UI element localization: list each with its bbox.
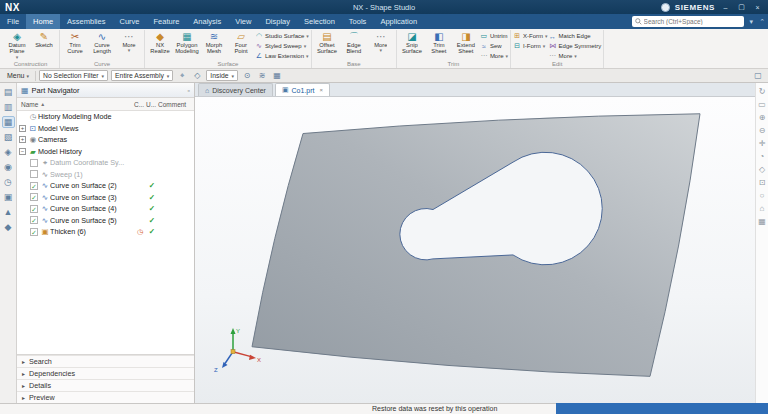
wireframe-style-icon[interactable]: ○: [760, 191, 765, 200]
datum-plane-button[interactable]: ◈ Datum Plane ▾: [4, 30, 30, 60]
snapshot-icon[interactable]: ▦: [758, 217, 766, 226]
fit-view-icon[interactable]: ▭: [758, 100, 766, 109]
tab-selection[interactable]: Selection: [297, 14, 342, 29]
tree-row-curve-on-surface-3[interactable]: ✓ ∿ Curve on Surface (3) ✓: [17, 192, 194, 204]
tab-file[interactable]: File: [0, 14, 26, 29]
column-c[interactable]: C...: [134, 101, 146, 108]
tree-row-history-mode[interactable]: ◷ History Modeling Mode: [17, 111, 194, 123]
zoom-out-icon[interactable]: ⊖: [759, 126, 766, 135]
close-button[interactable]: ×: [752, 4, 763, 11]
assembly-navigator-icon[interactable]: ▤: [2, 86, 15, 98]
tab-analysis[interactable]: Analysis: [186, 14, 228, 29]
part-navigator-icon[interactable]: ▦: [2, 116, 15, 128]
tree-row-model-history[interactable]: − ▰ Model History: [17, 146, 194, 158]
more-base-button[interactable]: ⋯ More ▾: [368, 30, 394, 60]
tab-application[interactable]: Application: [373, 14, 424, 29]
reuse-library-icon[interactable]: ▧: [2, 131, 15, 143]
trim-sheet-button[interactable]: ◧ Trim Sheet: [426, 30, 452, 60]
menu-button[interactable]: Menu ▾: [4, 72, 32, 79]
grid-snap-icon[interactable]: ▦: [271, 71, 283, 80]
section-dependencies[interactable]: ▸ Dependencies: [17, 367, 194, 379]
tab-view[interactable]: View: [228, 14, 258, 29]
rotate-view-icon[interactable]: ◔: [760, 152, 765, 161]
offset-surface-button[interactable]: ▤ Offset Surface: [314, 30, 340, 60]
i-form-button[interactable]: ⊟ I-Form ▾: [513, 42, 548, 50]
law-extension-button[interactable]: ∠ Law Extension ▾: [255, 52, 309, 60]
window-layout-icon[interactable]: ▢: [752, 71, 764, 80]
panel-detach-icon[interactable]: ▫: [188, 87, 190, 94]
edge-symmetry-button[interactable]: ⋈ Edge Symmetry: [549, 42, 602, 50]
edge-blend-button[interactable]: ⌒ Edge Blend: [341, 30, 367, 60]
column-name[interactable]: Name: [21, 101, 38, 108]
suppress-checkbox-unchecked[interactable]: [30, 159, 38, 167]
constraint-navigator-icon[interactable]: ▥: [2, 101, 15, 113]
tree-row-sweep[interactable]: ∿ Sweep (1): [17, 169, 194, 181]
more-curve-button[interactable]: ⋯ More ▾: [116, 30, 142, 60]
column-u[interactable]: U...: [146, 101, 158, 108]
tree-row-curve-on-surface-2[interactable]: ✓ ∿ Curve on Surface (2) ✓: [17, 180, 194, 192]
suppress-checkbox-checked[interactable]: ✓: [30, 228, 38, 236]
minimize-ribbon-icon[interactable]: ⌃: [756, 18, 768, 26]
tree-row-thicken[interactable]: ✓ ▣ Thicken (6) ◷ ✓: [17, 226, 194, 238]
history-icon[interactable]: ◷: [2, 176, 15, 188]
expand-icon[interactable]: +: [19, 136, 26, 143]
tab-discovery-center[interactable]: ⌂ Discovery Center: [198, 83, 273, 96]
roles-icon[interactable]: ▲: [2, 206, 15, 218]
snap-point-icon[interactable]: ⌖: [176, 71, 188, 81]
section-preview[interactable]: ▸ Preview: [17, 391, 194, 403]
tab-feature[interactable]: Feature: [146, 14, 186, 29]
collapse-icon[interactable]: −: [19, 148, 26, 155]
search-input[interactable]: [644, 18, 736, 25]
triad-origin[interactable]: [231, 350, 235, 354]
snap-scope-dropdown[interactable]: Inside ▾: [206, 70, 238, 81]
untrim-button[interactable]: ▭ Untrim: [480, 32, 508, 40]
styled-sweep-button[interactable]: ∿ Styled Sweep ▾: [255, 42, 309, 50]
maximize-button[interactable]: ▢: [736, 3, 747, 11]
point-on-curve-icon[interactable]: ⊙: [241, 71, 253, 80]
morph-mesh-button[interactable]: ≋ Morph Mesh: [201, 30, 227, 60]
hd3d-tools-icon[interactable]: ◈: [2, 146, 15, 158]
tree-row-curve-on-surface-5[interactable]: ✓ ∿ Curve on Surface (5) ✓: [17, 215, 194, 227]
tree-row-model-views[interactable]: + ⊡ Model Views: [17, 123, 194, 135]
tab-tools[interactable]: Tools: [342, 14, 374, 29]
trim-curve-button[interactable]: ✂ Trim Curve: [62, 30, 88, 60]
zoom-in-icon[interactable]: ⊕: [759, 113, 766, 122]
suppress-checkbox-checked[interactable]: ✓: [30, 193, 38, 201]
x-form-button[interactable]: ⊞ X-Form ▾: [513, 32, 548, 40]
expand-icon[interactable]: +: [19, 125, 26, 132]
command-search[interactable]: [632, 16, 744, 27]
orient-view-icon[interactable]: ◇: [759, 165, 765, 174]
tab-assemblies[interactable]: Assemblies: [60, 14, 112, 29]
suppress-checkbox-unchecked[interactable]: [30, 170, 38, 178]
tab-part-file[interactable]: ▣ Co1.prt ×: [275, 83, 330, 96]
nx-realize-shape-button[interactable]: ◆ NX Realize Shape: [147, 30, 173, 60]
shaded-style-icon[interactable]: ⊡: [759, 178, 766, 187]
selection-filter-dropdown[interactable]: No Selection Filter ▾: [39, 70, 108, 81]
intersection-point-icon[interactable]: ≋: [256, 71, 268, 80]
pan-icon[interactable]: ✛: [759, 139, 766, 148]
column-comment[interactable]: Comment: [158, 101, 194, 108]
section-search[interactable]: ▸ Search: [17, 355, 194, 367]
sketch-button[interactable]: ✎ Sketch: [31, 30, 57, 60]
tab-home[interactable]: Home: [26, 14, 60, 29]
tree-row-curve-on-surface-4[interactable]: ✓ ∿ Curve on Surface (4) ✓: [17, 203, 194, 215]
highlight-icon[interactable]: ◇: [191, 71, 203, 80]
3d-canvas[interactable]: Y X Z: [195, 97, 755, 403]
suppress-checkbox-checked[interactable]: ✓: [30, 216, 38, 224]
suppress-checkbox-checked[interactable]: ✓: [30, 182, 38, 190]
tree-row-cameras[interactable]: + ◉ Cameras: [17, 134, 194, 146]
account-icon[interactable]: [661, 3, 670, 12]
four-point-surface-button[interactable]: ▱ Four Point Surface: [228, 30, 254, 60]
snip-surface-button[interactable]: ◪ Snip Surface: [399, 30, 425, 60]
web-browser-icon[interactable]: ◉: [2, 161, 15, 173]
minimize-button[interactable]: –: [720, 4, 731, 11]
extend-sheet-button[interactable]: ◨ Extend Sheet: [453, 30, 479, 60]
tab-curve[interactable]: Curve: [112, 14, 146, 29]
process-studio-icon[interactable]: ▣: [2, 191, 15, 203]
studio-surface-button[interactable]: ◠ Studio Surface ▾: [255, 32, 309, 40]
selection-scope-dropdown[interactable]: Entire Assembly ▾: [111, 70, 173, 81]
match-edge-button[interactable]: ↔ Match Edge: [549, 32, 602, 40]
ribbon-options-icon[interactable]: ▾: [747, 18, 757, 26]
tree-row-datum-csys[interactable]: ⌖ Datum Coordinate Sy...: [17, 157, 194, 169]
sew-button[interactable]: ≈ Sew: [480, 42, 508, 50]
